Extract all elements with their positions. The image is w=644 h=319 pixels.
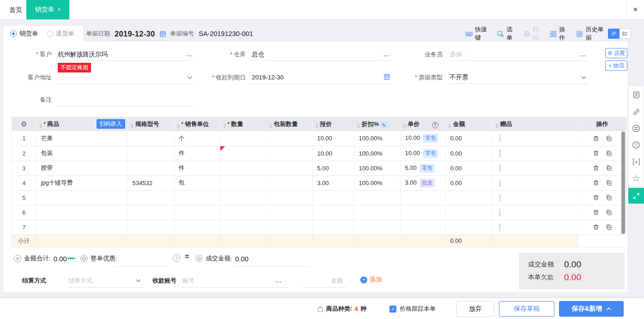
gift-checkbox[interactable] (499, 194, 500, 202)
cell-amount[interactable]: 0.00 (445, 175, 492, 190)
price-type-tag[interactable]: 零售 (423, 149, 438, 158)
copy-row-icon[interactable] (606, 194, 612, 201)
cell-spec[interactable]: 534532 (128, 175, 174, 190)
warehouse-picker-ellipsis-icon[interactable]: ... (383, 48, 390, 61)
sort-icon[interactable] (449, 124, 451, 128)
cell-product[interactable]: 芒果 (36, 131, 128, 146)
cell-product[interactable] (36, 205, 128, 220)
save-draft-button[interactable]: 保存草稿 (499, 301, 554, 317)
gift-checkbox[interactable] (499, 209, 500, 217)
customer-picker-ellipsis-icon[interactable]: ... (186, 48, 193, 61)
tab-home[interactable]: 首页 (6, 0, 26, 19)
trash-icon[interactable] (593, 224, 599, 230)
save-and-new-button[interactable]: 保存&新增 (559, 301, 624, 317)
expand-button[interactable] (628, 188, 644, 204)
rail-item-star[interactable]: ☆ (629, 170, 644, 187)
cell-qty[interactable] (220, 220, 266, 235)
price-help-icon[interactable]: ? (432, 122, 438, 128)
doc-date-value[interactable]: 2019-12-30 (115, 30, 155, 38)
account-picker-ellipsis-icon[interactable]: ... (275, 274, 282, 287)
tab-sales-order[interactable]: 销货单 × (26, 0, 69, 19)
copy-row-icon[interactable] (606, 224, 612, 230)
sort-icon[interactable] (496, 124, 498, 128)
cell-discount[interactable]: 100.00% (354, 146, 400, 161)
logistics-button[interactable]: +物流 (605, 60, 627, 71)
gift-checkbox[interactable] (499, 164, 500, 172)
warehouse-value[interactable]: 总仓 (252, 48, 264, 61)
sort-icon[interactable] (316, 124, 318, 128)
settle-method-placeholder[interactable]: 结算方式 (68, 277, 92, 285)
toolbar-action-history[interactable]: 历史单据 (576, 25, 605, 42)
cell-discount[interactable] (354, 220, 400, 235)
rail-item-transfer[interactable] (629, 120, 644, 137)
cell-discount[interactable]: 100.00% (354, 161, 400, 175)
copy-row-icon[interactable] (606, 150, 612, 156)
cell-discount[interactable] (354, 205, 400, 220)
sort-icon[interactable] (223, 124, 226, 128)
cell-amount[interactable] (445, 190, 492, 205)
radio-sales-order[interactable]: 销货单 (10, 30, 38, 38)
cell-price[interactable]: 10.00零售 (400, 131, 445, 146)
copy-row-icon[interactable] (606, 209, 612, 216)
cell-quote[interactable] (312, 205, 354, 220)
salesman-placeholder[interactable]: 选择... (450, 48, 467, 61)
rail-item-link[interactable] (629, 103, 644, 120)
cell-unit[interactable] (174, 205, 220, 220)
gift-checkbox[interactable] (499, 223, 500, 231)
due-date-value[interactable]: 2019-12-30 (252, 71, 284, 84)
address-chevron-down-icon[interactable] (187, 75, 193, 81)
cell-quote[interactable]: 5.00 (312, 161, 354, 175)
gear-icon[interactable]: ⚙ (21, 120, 27, 127)
cell-pack-qty[interactable] (266, 205, 312, 220)
customer-value[interactable]: 杭州解放路沃尔玛 (58, 48, 108, 61)
cell-pack-qty[interactable] (266, 220, 312, 235)
cell-price[interactable] (400, 190, 445, 205)
help-circle-icon[interactable]: ? (173, 254, 180, 262)
cell-discount[interactable]: 100.00% (354, 175, 400, 190)
pay-amount-placeholder[interactable]: 金额 (331, 277, 343, 285)
sort-icon[interactable] (177, 124, 180, 128)
rail-item-note[interactable] (629, 86, 644, 103)
cell-qty[interactable] (220, 175, 266, 190)
bill-type-value[interactable]: 不开票 (450, 71, 468, 84)
trash-icon[interactable] (593, 180, 599, 186)
cell-spec[interactable] (128, 131, 174, 146)
cell-amount[interactable] (445, 220, 492, 235)
radio-return-order[interactable]: 退货单 (47, 30, 75, 38)
cell-product[interactable]: 胶带 (36, 161, 128, 175)
copy-row-icon[interactable] (606, 165, 612, 171)
cell-price[interactable]: 5.00零售 (400, 161, 445, 175)
settle-method-chevron-down-icon[interactable] (135, 278, 141, 284)
gift-checkbox[interactable] (499, 179, 500, 187)
view-card-button[interactable] (620, 29, 631, 39)
trash-icon[interactable] (593, 135, 599, 142)
cell-price[interactable]: 3.00批发 (400, 175, 445, 190)
due-date-calendar-icon[interactable] (383, 73, 390, 80)
toolbar-action-shortcut[interactable]: 快捷键 (466, 25, 489, 42)
cell-qty[interactable] (220, 131, 266, 146)
cell-product[interactable]: jpg十辅导费 (36, 175, 128, 190)
cell-qty[interactable] (220, 146, 266, 161)
settings-button[interactable]: ⚙设置 (605, 48, 627, 58)
order-discount-input[interactable] (115, 266, 167, 267)
bill-type-chevron-down-icon[interactable] (581, 75, 587, 81)
cell-spec[interactable] (128, 146, 174, 161)
salesman-picker-ellipsis-icon[interactable]: ... (580, 48, 586, 61)
cell-quote[interactable] (312, 190, 354, 205)
cell-price[interactable] (400, 220, 445, 235)
cell-qty[interactable] (220, 161, 266, 175)
gift-checkbox[interactable] (499, 134, 500, 142)
cell-price[interactable] (400, 205, 445, 220)
cell-unit[interactable]: 个 (174, 131, 220, 146)
cell-spec[interactable] (128, 220, 174, 235)
cell-unit[interactable]: 包 (174, 175, 220, 190)
cell-pack-qty[interactable] (266, 131, 312, 146)
cell-product[interactable] (36, 220, 128, 235)
cell-unit[interactable]: 件 (174, 146, 220, 161)
cell-unit[interactable]: 件 (174, 161, 220, 175)
toolbar-action-operate[interactable]: 操作 (550, 25, 568, 42)
cell-pack-qty[interactable] (266, 175, 312, 190)
cell-qty[interactable] (220, 190, 266, 205)
cell-discount[interactable]: 100.00% (354, 131, 400, 146)
copy-row-icon[interactable] (606, 180, 612, 186)
